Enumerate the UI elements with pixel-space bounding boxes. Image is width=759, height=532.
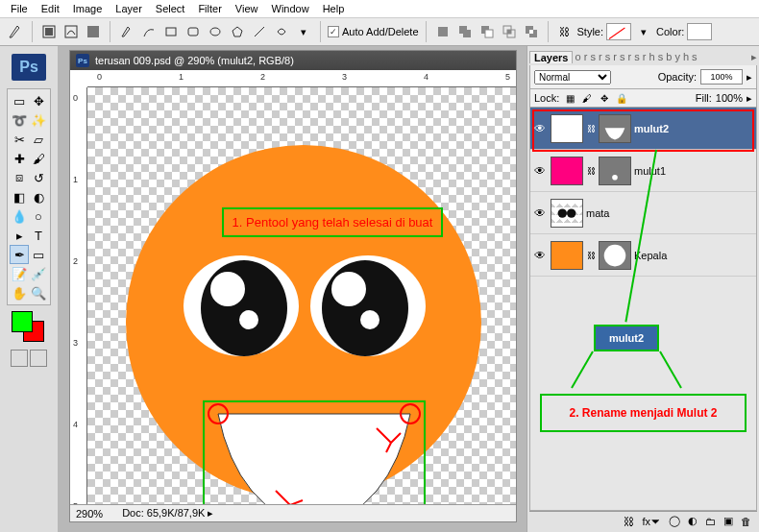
layer-mask-thumb[interactable]	[599, 114, 631, 143]
pen-icon[interactable]	[117, 23, 136, 40]
visibility-toggle-icon[interactable]: 👁	[532, 121, 548, 136]
layer-thumb[interactable]	[551, 199, 583, 228]
move-tool-icon[interactable]: ✥	[29, 91, 48, 110]
eraser-tool-icon[interactable]: ◧	[10, 187, 29, 206]
notes-tool-icon[interactable]: 📝	[10, 264, 29, 283]
layer-name[interactable]: mulut2	[634, 123, 669, 134]
layer-thumb[interactable]	[551, 157, 583, 185]
lock-transparency-icon[interactable]: ▦	[563, 91, 576, 105]
menu-edit[interactable]: Edit	[35, 1, 66, 16]
hand-tool-icon[interactable]: ✋	[10, 283, 29, 302]
line-shape-icon[interactable]	[250, 23, 269, 40]
dodge-tool-icon[interactable]: ○	[29, 206, 48, 226]
blur-tool-icon[interactable]: 💧	[10, 206, 29, 226]
layer-row-mulut1[interactable]: 👁 ⛓ mulut1	[530, 150, 756, 192]
mask-link-icon[interactable]: ⛓	[586, 163, 596, 179]
separator	[548, 21, 549, 42]
layer-name[interactable]: mata	[586, 207, 609, 219]
menu-filter[interactable]: Filter	[191, 1, 228, 16]
layer-thumb[interactable]	[551, 114, 583, 143]
fill-pixels-icon[interactable]	[84, 23, 103, 40]
custom-shape-icon[interactable]	[272, 23, 291, 40]
mask-link-icon[interactable]: ⛓	[586, 248, 596, 263]
path-select-tool-icon[interactable]: ▸	[10, 226, 29, 245]
slice-tool-icon[interactable]: ▱	[29, 130, 48, 149]
layer-row-mulut2[interactable]: 👁 ⛓ mulut2	[530, 108, 756, 150]
new-group-icon[interactable]: 🗀	[705, 516, 716, 527]
pen-tool-indicator-icon[interactable]	[6, 23, 25, 40]
pathop-add-icon[interactable]	[455, 23, 475, 40]
shape-dropdown-icon[interactable]: ▾	[294, 23, 313, 40]
layer-style-icon[interactable]: fx⏷	[642, 516, 661, 527]
marquee-tool-icon[interactable]: ▭	[10, 91, 29, 110]
menu-window[interactable]: Window	[265, 1, 316, 16]
delete-layer-icon[interactable]: 🗑	[741, 516, 751, 527]
type-tool-icon[interactable]: T	[29, 226, 48, 245]
layer-mask-thumb[interactable]	[599, 157, 631, 185]
ellipse-shape-icon[interactable]	[206, 23, 225, 40]
zoom-level[interactable]: 290%	[76, 508, 103, 520]
auto-add-delete-checkbox[interactable]: ✓	[328, 26, 339, 37]
gradient-tool-icon[interactable]: ◐	[29, 187, 48, 206]
layer-row-kepala[interactable]: 👁 ⛓ Kepala	[530, 234, 756, 277]
new-layer-icon[interactable]: ▣	[723, 515, 733, 527]
freeform-pen-icon[interactable]	[139, 23, 159, 40]
lock-position-icon[interactable]: ✥	[598, 91, 611, 105]
canvas[interactable]: 1. Pentool yang telah selesai di buat	[87, 87, 516, 504]
shape-layers-icon[interactable]	[39, 23, 59, 40]
shape-tool-icon[interactable]: ▭	[29, 245, 48, 264]
fill-flyout-icon[interactable]: ▸	[747, 92, 752, 105]
layer-thumb[interactable]	[551, 241, 583, 270]
menu-help[interactable]: Help	[316, 1, 352, 16]
crop-tool-icon[interactable]: ✂	[10, 130, 29, 149]
wand-tool-icon[interactable]: ✨	[29, 110, 48, 130]
lock-all-icon[interactable]: 🔒	[615, 91, 628, 105]
lasso-tool-icon[interactable]: ➰	[10, 110, 29, 130]
stamp-tool-icon[interactable]: ⧇	[10, 168, 29, 187]
blend-mode-select[interactable]: Normal	[534, 70, 611, 85]
document-titlebar[interactable]: Ps terusan 009.psd @ 290% (mulut2, RGB/8…	[70, 51, 516, 70]
visibility-toggle-icon[interactable]: 👁	[532, 206, 548, 221]
pathop-intersect-icon[interactable]	[500, 23, 519, 40]
pathop-exclude-icon[interactable]	[522, 23, 541, 40]
link-icon[interactable]: ⛓	[555, 23, 575, 40]
fill-field[interactable]: 100%	[716, 92, 743, 104]
adjustment-layer-icon[interactable]: ◐	[688, 515, 698, 527]
link-layers-icon[interactable]: ⛓	[624, 516, 634, 527]
visibility-toggle-icon[interactable]: 👁	[532, 248, 548, 263]
quickmask-mode-icon[interactable]	[30, 350, 47, 367]
menu-layer[interactable]: Layer	[109, 1, 149, 16]
pathop-subtract-icon[interactable]	[477, 23, 497, 40]
lock-pixels-icon[interactable]: 🖌	[580, 91, 594, 105]
menu-select[interactable]: Select	[149, 1, 192, 16]
panel-menu-icon[interactable]: ▸	[751, 51, 757, 63]
paths-icon[interactable]	[61, 23, 81, 40]
history-brush-tool-icon[interactable]: ↺	[29, 168, 48, 187]
tab-layers[interactable]: Layers	[529, 51, 573, 63]
menu-image[interactable]: Image	[66, 1, 110, 16]
eyedropper-tool-icon[interactable]: 💉	[29, 264, 48, 283]
foreground-color-swatch[interactable]	[12, 311, 33, 332]
rounded-rect-shape-icon[interactable]	[184, 23, 203, 40]
layer-mask-icon[interactable]: ◯	[669, 515, 680, 527]
standard-mode-icon[interactable]	[11, 350, 28, 367]
polygon-shape-icon[interactable]	[228, 23, 247, 40]
rectangle-shape-icon[interactable]	[161, 23, 181, 40]
menu-view[interactable]: View	[229, 1, 265, 16]
tab-others[interactable]: o r s r s r s r s r h s b y h s	[575, 51, 749, 62]
zoom-tool-icon[interactable]: 🔍	[29, 283, 48, 302]
opacity-flyout-icon[interactable]: ▸	[747, 71, 752, 84]
layer-mask-thumb[interactable]	[599, 241, 631, 270]
mask-link-icon[interactable]: ⛓	[586, 121, 596, 136]
style-swatch[interactable]	[606, 23, 631, 40]
color-swatch[interactable]	[687, 23, 712, 40]
opacity-field[interactable]: 100%	[700, 69, 743, 85]
heal-tool-icon[interactable]: ✚	[10, 149, 29, 168]
visibility-toggle-icon[interactable]: 👁	[532, 163, 548, 179]
pen-tool-icon[interactable]: ✒	[10, 245, 29, 264]
brush-tool-icon[interactable]: 🖌	[29, 149, 48, 168]
style-dropdown-icon[interactable]: ▾	[634, 23, 653, 40]
pathop-new-icon[interactable]	[433, 23, 453, 40]
artwork-highlight	[331, 272, 366, 306]
menu-file[interactable]: File	[4, 1, 35, 16]
